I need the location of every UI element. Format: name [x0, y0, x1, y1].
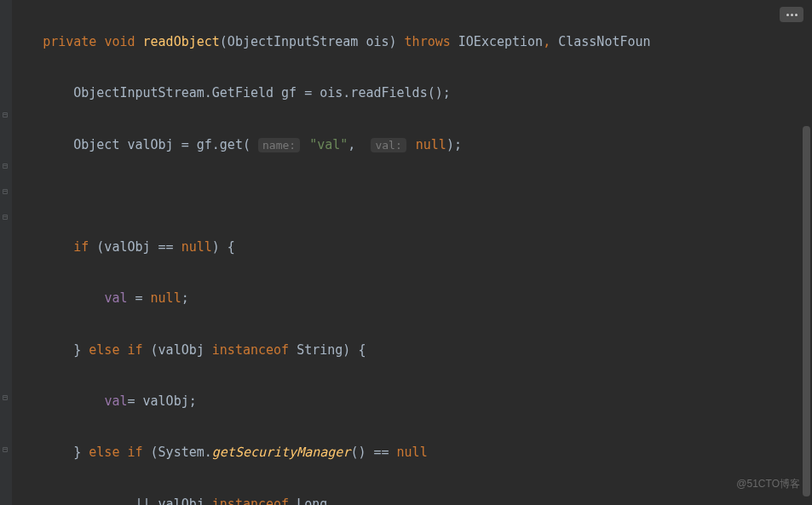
- fold-marker-icon[interactable]: ⊟: [3, 111, 9, 119]
- gutter: ⊟ ⊟ ⊟ ⊟ ⊟ ⊟: [0, 0, 12, 505]
- string-literal: "val": [309, 137, 348, 152]
- code-text: = valObj;: [127, 393, 196, 409]
- code-line: } else if (valObj instanceof String) {: [12, 337, 800, 363]
- code-line: ObjectInputStream.GetField gf = ois.read…: [12, 80, 800, 106]
- code-text: ) {: [212, 239, 235, 255]
- code-text: || valObj: [135, 496, 212, 505]
- code-text: ,: [348, 137, 371, 152]
- code-text: Long: [289, 496, 327, 505]
- keyword: null: [416, 137, 446, 152]
- keyword: null: [151, 290, 181, 306]
- code-line: || valObj instanceof Long: [12, 491, 800, 505]
- keyword: private: [43, 34, 96, 49]
- code-line: } else if (System.getSecurityManager() =…: [12, 439, 800, 465]
- code-text: );: [446, 137, 462, 152]
- keyword: instanceof: [212, 496, 289, 505]
- code-text: (System.: [143, 445, 212, 460]
- dot-icon: [791, 14, 793, 16]
- keyword: throws: [405, 34, 451, 49]
- code-text: (ObjectInputStream ois): [220, 34, 405, 49]
- code-line: private void readObject(ObjectInputStrea…: [12, 29, 800, 55]
- code-line: Object valObj = gf.get( name: "val", val…: [12, 132, 800, 158]
- code-line: [12, 183, 800, 209]
- fold-marker-icon[interactable]: ⊟: [3, 213, 9, 221]
- method-name: readObject: [143, 34, 220, 49]
- field: val: [104, 393, 127, 409]
- keyword: instanceof: [212, 342, 289, 358]
- keyword: void: [104, 34, 135, 49]
- code-text: ClassNotFoun: [550, 34, 650, 49]
- watermark: @51CTO博客: [736, 471, 800, 496]
- fold-marker-icon[interactable]: ⊟: [3, 162, 9, 170]
- code-text: () ==: [350, 445, 396, 460]
- fold-marker-icon[interactable]: ⊟: [3, 393, 9, 402]
- param-hint: name:: [258, 138, 300, 152]
- code-line: if (valObj == null) {: [12, 234, 800, 260]
- code-text: Object valObj = gf.get(: [73, 137, 258, 152]
- code-text: (valObj ==: [89, 239, 181, 255]
- code-line: val= valObj;: [12, 388, 800, 414]
- param-hint: val:: [371, 138, 406, 152]
- keyword: null: [397, 445, 428, 460]
- keyword: else if: [89, 342, 142, 358]
- code-text: }: [73, 342, 89, 358]
- vertical-scrollbar[interactable]: [803, 126, 810, 496]
- code-text: ObjectInputStream.GetField gf = ois.read…: [73, 85, 451, 100]
- code-text: String) {: [289, 342, 366, 358]
- field: val: [104, 290, 127, 306]
- comma: ,: [543, 34, 550, 49]
- code-text: }: [73, 445, 89, 460]
- code-text: ;: [181, 290, 189, 306]
- code-line: val = null;: [12, 285, 800, 311]
- dot-icon: [786, 14, 789, 16]
- keyword: if: [73, 239, 89, 255]
- keyword: else if: [89, 445, 142, 460]
- fold-marker-icon[interactable]: ⊟: [3, 187, 9, 196]
- code-text: =: [127, 290, 150, 306]
- more-actions-button[interactable]: [780, 7, 803, 22]
- code-text: (valObj: [143, 342, 212, 358]
- dot-icon: [795, 14, 798, 16]
- code-editor[interactable]: private void readObject(ObjectInputStrea…: [12, 0, 800, 505]
- method-name: getSecurityManager: [212, 445, 351, 460]
- keyword: null: [181, 239, 212, 255]
- fold-marker-icon[interactable]: ⊟: [3, 445, 9, 454]
- code-text: IOException: [451, 34, 543, 49]
